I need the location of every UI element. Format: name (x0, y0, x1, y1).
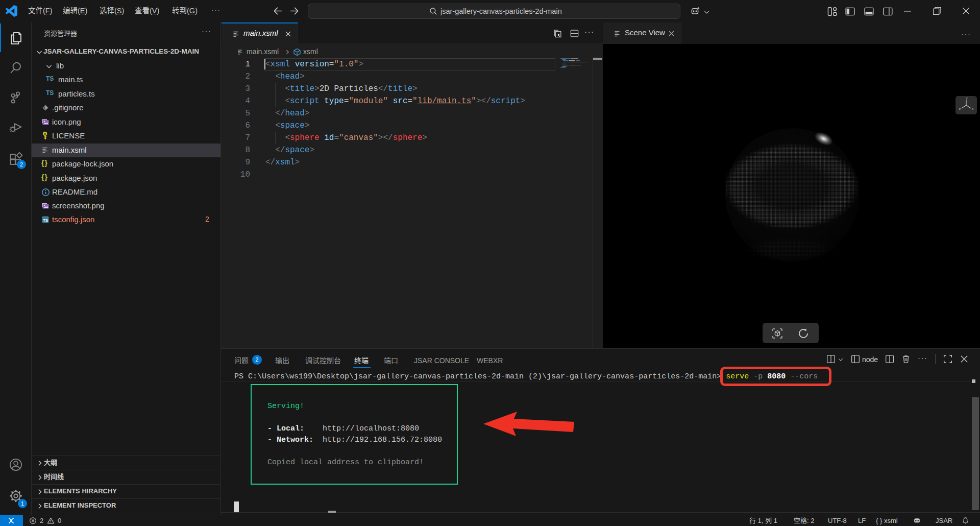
svg-text:x: x (972, 107, 973, 110)
svg-text:TS: TS (43, 218, 48, 223)
svg-text:z: z (959, 107, 961, 110)
svg-text:Y: Y (966, 97, 968, 100)
